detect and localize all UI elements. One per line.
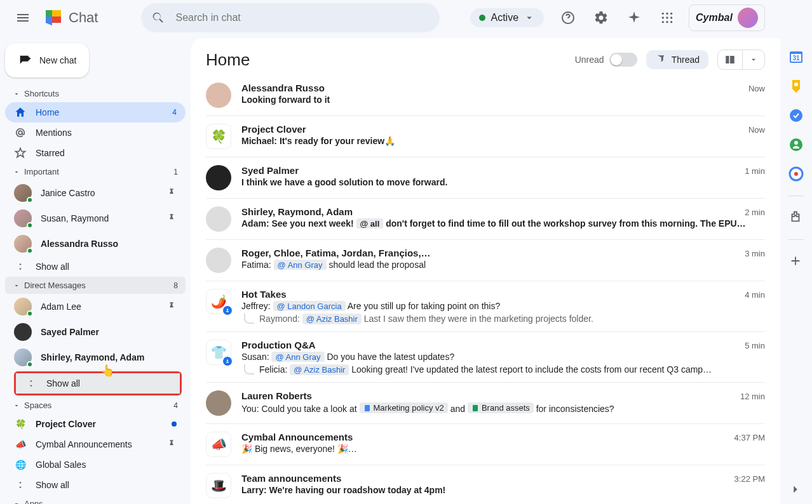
avatar [14,184,32,202]
new-chat-button[interactable]: New chat [5,43,89,77]
conversation-row[interactable]: 🌶️Hot Takes4 minJeffrey: @ Landon Garcia… [206,281,765,332]
important-header[interactable]: Important 1 [5,163,186,180]
sidebar-item-showall[interactable]: Show all [5,256,186,277]
conversation-row[interactable]: 🎩Team announcements3:22 PMLarry: We're h… [206,465,765,504]
status-selector[interactable]: Active [470,8,544,27]
caret-down-icon [13,90,20,98]
conversation-row[interactable]: Roger, Chloe, Fatima, Jordan, Françios,…… [206,240,765,281]
mention-chip: @ Aziz Bashir [302,314,362,324]
toggle-switch[interactable] [609,53,637,67]
sidebar-item-important[interactable]: Susan, Raymond [5,206,186,231]
shortcuts-header[interactable]: Shortcuts [5,85,186,102]
conversation-preview: Larry: We're having our roadshow today a… [241,485,765,495]
svg-point-7 [662,21,664,23]
expand-icon [25,377,37,390]
conversation-avatar: 🎩 [206,473,231,498]
view-switch-list[interactable] [718,50,743,69]
sidebar-item-starred[interactable]: Starred [5,143,186,163]
divider [788,196,804,196]
doc-chip[interactable]: Brand assets [468,402,534,413]
conversation-row[interactable]: 📣Cymbal Announcements4:37 PM🎉 Big news, … [206,424,765,465]
sidebar-item-space[interactable]: 🍀 Project Clover [5,414,186,434]
doc-chip[interactable]: Marketing policy v2 [360,402,448,413]
dm-header[interactable]: Direct Messages 8 [5,277,186,294]
view-switch-dropdown[interactable] [743,51,764,68]
main-menu-button[interactable] [8,3,38,33]
apps-grid-icon [661,11,673,24]
calendar-button[interactable]: 31 [788,50,804,65]
space-badge-icon [222,305,233,316]
svg-point-1 [662,13,664,15]
gemini-button[interactable] [621,5,647,30]
conversation-avatar: 🌶️ [206,289,231,314]
user-avatar [738,8,758,28]
sidebar-item-showall[interactable]: Show all [16,373,180,394]
avatar [14,323,32,341]
conversation-preview: Jeffrey: @ Landon Garcia Are you still u… [241,301,765,311]
unread-dot [172,421,177,427]
tasks-button[interactable] [788,108,804,123]
sidebar-item-important[interactable]: Alessandra Russo [5,231,186,256]
collapse-rail-button[interactable] [788,482,804,498]
unread-toggle[interactable]: Unread [575,53,637,67]
conversation-time: 3:22 PM [734,474,765,484]
hamburger-icon [15,10,30,25]
conversation-title: Roger, Chloe, Fatima, Jordan, Françios,… [241,248,431,258]
svg-point-8 [666,21,668,23]
conversation-preview: Susan: @ Ann Gray Do you have the latest… [241,352,765,362]
sidebar-item-space[interactable]: 📣 Cymbal Announcements [5,434,186,454]
conversation-row[interactable]: Syed Palmer1 minI think we have a good s… [206,157,765,199]
search-bar[interactable] [141,3,440,32]
sidebar-item-dm[interactable]: Shirley, Raymond, Adam [5,345,186,370]
conversation-time: 4:37 PM [734,433,765,442]
svg-point-10 [18,131,22,135]
split-view-icon [724,54,736,65]
mention-chip: @ all [356,218,384,229]
conversation-title: Cymbal Announcements [241,432,353,442]
conversation-preview: Looking forward to it [241,95,765,105]
spaces-header[interactable]: Spaces 4 [5,397,186,414]
svg-text:31: 31 [792,55,800,62]
conversation-row[interactable]: Shirley, Raymond, Adam2 minAdam: See you… [206,199,765,240]
status-label: Active [491,12,518,23]
conversation-row[interactable]: 🍀Project CloverNowMichael: It's ready fo… [206,116,765,157]
search-input[interactable] [175,12,430,23]
thread-filter[interactable]: Thread [646,50,708,69]
sidebar-item-important[interactable]: Janice Castro [5,180,186,206]
addons-button[interactable] [788,210,804,225]
conversation-title: Team announcements [241,473,341,484]
home-icon [14,106,27,119]
apps-header[interactable]: Apps [5,495,186,504]
conversation-row[interactable]: 👕Production Q&A5 minSusan: @ Ann Gray Do… [206,332,765,383]
help-button[interactable] [555,5,581,30]
contacts-button[interactable] [788,137,804,152]
svg-point-5 [666,17,668,18]
sidebar: New chat Shortcuts Home 4 Mentions Starr… [0,36,191,504]
conversation-avatar [206,248,231,273]
sidebar-item-space[interactable]: 🌐 Global Sales [5,454,186,475]
chevron-down-icon [524,12,535,23]
account-switcher[interactable]: Cymbal [689,4,765,31]
sidebar-item-dm[interactable]: Adam Lee [5,294,186,319]
sidebar-item-showall[interactable]: Show all [5,475,186,495]
at-icon [14,126,27,139]
add-addon-button[interactable] [788,254,804,269]
conversation-avatar: 👕 [206,340,231,365]
keep-button[interactable] [788,79,804,94]
settings-button[interactable] [588,5,614,30]
expand-icon [14,260,27,273]
conversation-time: 2 min [745,208,765,217]
maps-button[interactable] [788,166,804,182]
sidebar-item-mentions[interactable]: Mentions [5,123,186,143]
conversation-preview: I think we have a good solution to move … [241,177,765,187]
apps-launcher-button[interactable] [654,5,680,30]
conversation-row[interactable]: Alessandra RussoNowLooking forward to it [206,75,765,116]
view-switcher[interactable] [717,50,765,70]
sidebar-item-home[interactable]: Home 4 [5,102,186,123]
sidebar-item-dm[interactable]: Sayed Palmer [5,319,186,345]
conversation-time: 3 min [745,249,765,258]
conversation-row[interactable]: Lauren Roberts12 minYou: Could you take … [206,383,765,424]
conversation-avatar: 🍀 [206,124,231,149]
conversation-preview: Adam: See you next week! @ all don't for… [241,218,765,229]
conversation-time: 12 min [740,392,765,401]
